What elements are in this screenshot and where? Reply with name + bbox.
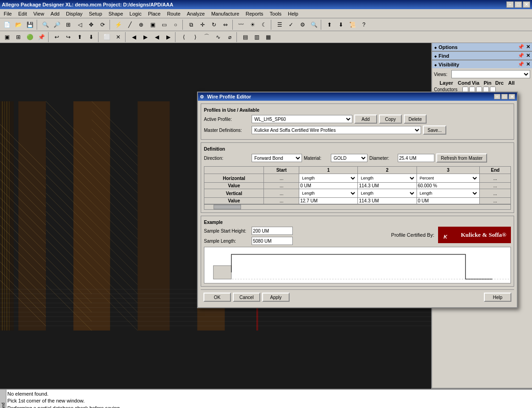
options-header[interactable]: ⬥ Options 📌 ✕ — [432, 43, 532, 51]
menu-manufacture[interactable]: Manufacture — [208, 10, 242, 17]
tb2-layer2[interactable]: ▥ — [251, 32, 262, 42]
table-scrollbar[interactable] — [204, 204, 511, 210]
tb-dehilight[interactable]: ☾ — [258, 20, 269, 30]
tb2-route3[interactable]: ◀ — [151, 32, 162, 42]
tb2-grid[interactable]: ⊞ — [13, 32, 24, 42]
visibility-header[interactable]: ⬥ Visibility 📌 ✕ — [432, 60, 532, 68]
tb2-wiremode3[interactable]: ⌒ — [201, 32, 212, 42]
maximize-button[interactable]: □ — [515, 1, 522, 8]
menu-edit[interactable]: Edit — [16, 10, 30, 17]
tb2-layer1[interactable]: ▤ — [240, 32, 251, 42]
tb-find[interactable]: 🔍 — [308, 20, 319, 30]
add-button[interactable]: Add — [354, 114, 377, 124]
dialog-min-button[interactable]: − — [494, 94, 500, 99]
save-button[interactable]: Save... — [423, 125, 446, 135]
help-button[interactable]: Help — [484, 293, 511, 302]
tb-export[interactable]: ⬆ — [324, 20, 335, 30]
tb-new[interactable]: 📄 — [1, 20, 12, 30]
tb-add-line[interactable]: ╱ — [124, 20, 135, 30]
dialog-close-button[interactable]: ✕ — [509, 94, 515, 99]
tb2-down[interactable]: ⬇ — [86, 32, 97, 42]
table-scrollbar-thumb[interactable] — [214, 205, 241, 209]
menu-shape[interactable]: Shape — [106, 10, 126, 17]
menu-logic[interactable]: Logic — [127, 10, 144, 17]
find-header[interactable]: ⬥ Find 📌 ✕ — [432, 52, 532, 60]
tb2-layer3[interactable]: ▦ — [263, 32, 274, 42]
tb2-desel[interactable]: ✕ — [113, 32, 124, 42]
tb2-route2[interactable]: ▶ — [140, 32, 151, 42]
tb-open[interactable]: 📂 — [13, 20, 24, 30]
sample-start-input[interactable]: 200 UM — [252, 227, 293, 235]
tb-save[interactable]: 💾 — [24, 20, 35, 30]
find-pin-icon[interactable]: 📌 — [518, 53, 524, 59]
vert-col1-select[interactable]: Length — [300, 190, 356, 197]
tb-add-circle[interactable]: ○ — [170, 20, 181, 30]
options-close-icon[interactable]: ✕ — [526, 44, 530, 50]
tb-add-via[interactable]: ⊕ — [136, 20, 147, 30]
tb2-undo[interactable]: ↩ — [51, 32, 62, 42]
vert-col3-select[interactable]: Length — [418, 190, 479, 197]
direction-select[interactable]: Forward Bond — [252, 154, 302, 162]
tb-hilight[interactable]: ☀ — [247, 20, 258, 30]
tb2-wiremode4[interactable]: ∿ — [213, 32, 224, 42]
tb-rotate[interactable]: ↻ — [208, 20, 219, 30]
minimize-button[interactable]: − — [506, 1, 514, 8]
close-button[interactable]: ✕ — [523, 1, 530, 8]
sample-length-input[interactable]: 5080 UM — [252, 237, 293, 245]
menu-analyze[interactable]: Analyze — [184, 10, 208, 17]
menu-display[interactable]: Display — [63, 10, 85, 17]
ok-button[interactable]: OK — [203, 293, 231, 302]
master-select[interactable]: Kulicke And Soffa Certified Wire Profile… — [252, 126, 421, 134]
refresh-button[interactable]: Refresh from Master — [436, 153, 487, 163]
material-select[interactable]: GOLD — [331, 154, 367, 162]
menu-place[interactable]: Place — [145, 10, 164, 17]
horiz-col3-select[interactable]: Percent — [418, 174, 479, 182]
tb-pan[interactable]: ✥ — [86, 20, 97, 30]
dialog-max-button[interactable]: □ — [501, 94, 508, 99]
find-close-icon[interactable]: ✕ — [526, 53, 530, 59]
menu-route[interactable]: Route — [164, 10, 183, 17]
tb-zoom-out[interactable]: 🔎 — [51, 20, 62, 30]
apply-button[interactable]: Apply — [262, 293, 290, 302]
vert-col2-select[interactable]: Length — [359, 190, 415, 197]
options-pin-icon[interactable]: 📌 — [518, 44, 524, 50]
menu-setup[interactable]: Setup — [86, 10, 105, 17]
menu-add[interactable]: Add — [48, 10, 62, 17]
tb-prop[interactable]: ⚙ — [297, 20, 308, 30]
menu-view[interactable]: View — [31, 10, 47, 17]
tb2-wiremode5[interactable]: ⌀ — [224, 32, 235, 42]
tb2-route1[interactable]: ◀ — [128, 32, 139, 42]
tb-show-rats[interactable]: 〰 — [236, 20, 247, 30]
diameter-input[interactable]: 25.4 UM — [398, 154, 434, 162]
tb-import[interactable]: ⬇ — [335, 20, 346, 30]
horiz-col1-select[interactable]: Length — [300, 174, 356, 182]
menu-reports[interactable]: Reports — [243, 10, 266, 17]
tb2-redo[interactable]: ↪ — [63, 32, 74, 42]
views-select[interactable] — [451, 70, 530, 78]
visibility-close-icon[interactable]: ✕ — [526, 61, 530, 67]
tb2-route4[interactable]: ▶ — [163, 32, 174, 42]
menu-help[interactable]: Help — [285, 10, 301, 17]
tb-add-rect[interactable]: ▭ — [159, 20, 170, 30]
cancel-button[interactable]: Cancel — [233, 293, 260, 302]
copy-button[interactable]: Copy — [379, 114, 402, 124]
tb2-wiremode1[interactable]: ⟨ — [178, 32, 189, 42]
visibility-pin-icon[interactable]: 📌 — [518, 61, 524, 67]
tb-refresh[interactable]: ⟳ — [97, 20, 108, 30]
active-profile-select[interactable]: WL_LH5_SP60 — [252, 115, 352, 123]
tb2-select[interactable]: ▣ — [1, 32, 12, 42]
tb-add-connect[interactable]: ⚡ — [113, 20, 124, 30]
tb-drc[interactable]: ✓ — [285, 20, 296, 30]
delete-button[interactable]: Delete — [404, 114, 427, 124]
tb2-up[interactable]: ⬆ — [74, 32, 85, 42]
menu-file[interactable]: File — [1, 10, 15, 17]
tb-copy[interactable]: ⧉ — [186, 20, 197, 30]
tb-zoom-in[interactable]: 🔍 — [40, 20, 51, 30]
tb-zoom-fit[interactable]: ⊞ — [63, 20, 74, 30]
tb2-sel-rect[interactable]: ⬜ — [101, 32, 112, 42]
tb-add-shape[interactable]: ▣ — [147, 20, 158, 30]
tb-script[interactable]: 📜 — [347, 20, 358, 30]
tb2-snap[interactable]: 🟢 — [24, 32, 35, 42]
tb2-wiremode2[interactable]: ⟩ — [190, 32, 201, 42]
tb-help[interactable]: ? — [358, 20, 369, 30]
